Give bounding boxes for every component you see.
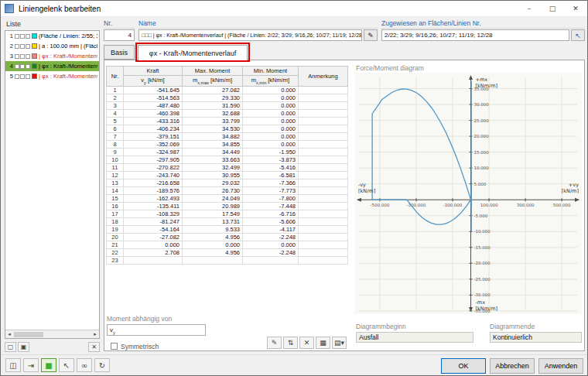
scroll-right-icon[interactable]: ▸ xyxy=(91,331,99,337)
list-item[interactable]: 2| a : 100.00 mm | (Fläche / Li xyxy=(5,41,99,51)
cell-anmerkung[interactable] xyxy=(299,148,348,156)
cell-vy[interactable]: 2.708 xyxy=(124,248,183,256)
cell-min-moment[interactable]: -2.248 xyxy=(243,248,299,256)
cell-anmerkung[interactable] xyxy=(299,194,348,202)
cell-anmerkung[interactable] xyxy=(299,117,348,125)
cell-min-moment[interactable]: 0.000 xyxy=(243,125,299,132)
cell-min-moment[interactable]: 0.000 xyxy=(243,86,299,94)
transfer-button[interactable]: ⇥ xyxy=(23,358,39,372)
table-row[interactable]: 13-216.65829.032-7.366 xyxy=(107,179,348,186)
cell-vy[interactable]: -216.658 xyxy=(124,179,183,186)
table-row[interactable]: 18-81.24713.731-5.606 xyxy=(107,217,348,225)
cell-min-moment[interactable]: -3.873 xyxy=(243,156,299,163)
diagram-begin-field[interactable]: Ausfall xyxy=(356,332,473,343)
cell-min-moment[interactable]: 0.000 xyxy=(243,132,299,140)
cell-min-moment[interactable]: -7.366 xyxy=(243,179,299,186)
cell-anmerkung[interactable] xyxy=(299,248,348,256)
cell-max-moment[interactable]: 17.549 xyxy=(183,210,243,217)
cell-max-moment[interactable]: 34.449 xyxy=(183,148,243,156)
cancel-button[interactable]: Abbrechen xyxy=(490,358,535,374)
cell-anmerkung[interactable] xyxy=(299,109,348,117)
cell-max-moment[interactable]: 33.799 xyxy=(183,117,243,125)
cell-anmerkung[interactable] xyxy=(299,94,348,101)
sort-rows-button[interactable]: ⇅ xyxy=(283,337,298,349)
cell-min-moment[interactable]: -7.773 xyxy=(243,186,299,194)
list-item[interactable]: 3| φx : Kraft-/Momentenverla xyxy=(5,51,99,61)
cell-min-moment[interactable] xyxy=(243,256,299,264)
name-field[interactable]: □□□ | φx : Kraft-/Momentenverlauf | (Flä… xyxy=(138,29,362,41)
minimize-button[interactable]: – xyxy=(518,1,541,16)
table-row[interactable]: 23 xyxy=(107,256,348,264)
table-row[interactable]: 16-135.41120.989-7.448 xyxy=(107,202,348,210)
cell-anmerkung[interactable] xyxy=(299,217,348,225)
cell-vy[interactable]: -243.740 xyxy=(124,171,183,179)
cell-anmerkung[interactable] xyxy=(299,186,348,194)
cell-min-moment[interactable]: -6.716 xyxy=(243,210,299,217)
cell-anmerkung[interactable] xyxy=(299,101,348,109)
panels-button[interactable]: ◫ xyxy=(5,358,21,372)
scroll-left-icon[interactable]: ◂ xyxy=(5,331,13,337)
edit-in-table-button[interactable]: ✎ xyxy=(267,337,282,349)
delete-rows-button[interactable]: ✕ xyxy=(299,337,314,349)
cell-max-moment[interactable]: 30.955 xyxy=(183,171,243,179)
ok-button[interactable]: OK xyxy=(441,358,486,374)
cell-min-moment[interactable]: -7.800 xyxy=(243,194,299,202)
edit-name-button[interactable]: ✎ xyxy=(364,29,378,41)
cell-anmerkung[interactable] xyxy=(299,225,348,233)
cell-anmerkung[interactable] xyxy=(299,140,348,148)
cell-min-moment[interactable]: -4.117 xyxy=(243,225,299,233)
cell-vy[interactable]: -108.329 xyxy=(124,210,183,217)
maximize-button[interactable]: □ xyxy=(541,1,564,16)
print-button[interactable]: ▤▾ xyxy=(332,337,347,349)
cell-max-moment[interactable]: 4.956 xyxy=(183,248,243,256)
tab-kraft-momentenverlauf[interactable]: φx - Kraft-/Momentenverlauf xyxy=(138,45,248,60)
cell-max-moment[interactable]: 34.882 xyxy=(183,132,243,140)
pick-lines-button[interactable]: ↖ xyxy=(571,29,585,41)
cell-vy[interactable]: -433.316 xyxy=(124,117,183,125)
table-row[interactable]: 9-324.98734.449-1.950 xyxy=(107,148,348,156)
cell-max-moment[interactable]: 9.533 xyxy=(183,225,243,233)
cell-min-moment[interactable]: 0.000 xyxy=(243,117,299,125)
cell-vy[interactable]: -297.905 xyxy=(124,156,183,163)
diagram-end-field[interactable]: Kontinuierlich xyxy=(490,332,582,343)
export-excel-button[interactable]: ▦ xyxy=(316,337,330,349)
symmetric-checkbox[interactable] xyxy=(111,343,118,350)
pick-object-button[interactable]: ↖ xyxy=(59,358,74,372)
cell-max-moment[interactable]: 4.956 xyxy=(183,233,243,241)
cell-max-moment[interactable]: 13.731 xyxy=(183,217,243,225)
cell-max-moment[interactable]: 26.730 xyxy=(183,186,243,194)
cell-vy[interactable]: -541.645 xyxy=(124,86,183,94)
table-row[interactable]: 4-460.39832.6880.000 xyxy=(107,109,348,117)
table-row[interactable]: 17-108.32917.549-6.716 xyxy=(107,210,348,217)
table-row[interactable]: 10-297.90533.663-3.873 xyxy=(107,156,348,163)
cell-min-moment[interactable]: -7.448 xyxy=(243,202,299,210)
cell-min-moment[interactable]: -6.581 xyxy=(243,171,299,179)
cell-min-moment[interactable]: -5.416 xyxy=(243,163,299,171)
cell-vy[interactable]: -27.082 xyxy=(124,233,183,241)
nr-field[interactable]: 4 xyxy=(104,29,135,41)
cell-min-moment[interactable]: -5.606 xyxy=(243,217,299,225)
new-hinge-button[interactable]: ▢ xyxy=(5,342,16,352)
table-row[interactable]: 3-487.48031.5900.000 xyxy=(107,101,348,109)
cell-anmerkung[interactable] xyxy=(299,171,348,179)
cell-vy[interactable]: -406.234 xyxy=(124,125,183,132)
list-hscrollbar[interactable]: ◂ ▸ xyxy=(5,330,99,338)
table-row[interactable]: 15-162.49324.049-7.800 xyxy=(107,194,348,202)
cell-max-moment[interactable]: 29.330 xyxy=(183,94,243,101)
cell-min-moment[interactable]: 0.000 xyxy=(243,94,299,101)
cell-anmerkung[interactable] xyxy=(299,233,348,241)
table-row[interactable]: 11-270.82232.499-5.416 xyxy=(107,163,348,171)
table-row[interactable]: 7-379.15134.8820.000 xyxy=(107,132,348,140)
table-row[interactable]: 20-27.0824.956-2.248 xyxy=(107,233,348,241)
cell-vy[interactable]: -324.987 xyxy=(124,148,183,156)
cell-vy[interactable]: -135.411 xyxy=(124,202,183,210)
cell-max-moment[interactable]: 27.082 xyxy=(183,86,243,94)
close-button[interactable]: ✕ xyxy=(564,1,587,16)
cell-max-moment[interactable]: 20.989 xyxy=(183,202,243,210)
table-row[interactable]: 8-352.06934.8550.000 xyxy=(107,140,348,148)
cell-max-moment[interactable]: 34.530 xyxy=(183,125,243,132)
cell-min-moment[interactable]: 0.000 xyxy=(243,101,299,109)
cell-max-moment[interactable]: 31.590 xyxy=(183,101,243,109)
cell-vy[interactable]: -460.398 xyxy=(124,109,183,117)
cell-anmerkung[interactable] xyxy=(299,125,348,132)
